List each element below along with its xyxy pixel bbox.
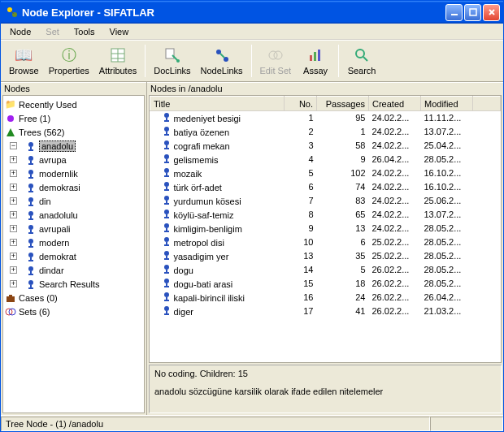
svg-point-52 <box>28 266 33 271</box>
svg-rect-20 <box>318 50 320 61</box>
table-row[interactable]: mozaik510224.02.2...16.10.2... <box>150 166 501 180</box>
expander-icon[interactable]: + <box>10 266 17 274</box>
col-no[interactable]: No. <box>285 97 317 111</box>
cell-passages: 5 <box>317 263 369 277</box>
menu-tools[interactable]: Tools <box>68 25 101 38</box>
svg-point-98 <box>164 279 169 283</box>
tree-node-icon <box>162 236 172 248</box>
cell-passages: 95 <box>317 111 369 125</box>
col-title[interactable]: Title <box>150 97 285 111</box>
cell-title: türk örf-adet <box>150 180 285 194</box>
tree-item[interactable]: +demokrat <box>5 249 142 263</box>
tree-free[interactable]: Free (1) <box>5 111 142 125</box>
close-button[interactable] <box>483 4 500 21</box>
expander-icon[interactable]: + <box>10 253 17 260</box>
tree-cases[interactable]: Cases (0) <box>5 291 142 305</box>
expander-icon[interactable]: − <box>10 142 17 149</box>
menu-set: Set <box>40 25 65 38</box>
tree-item[interactable]: +demokrasi <box>5 180 142 194</box>
svg-point-49 <box>28 253 33 257</box>
attributes-button[interactable]: Attributes <box>94 45 141 77</box>
cell-created: 25.02.2... <box>369 249 421 263</box>
tree-node-icon <box>162 250 172 261</box>
svg-point-89 <box>164 237 169 242</box>
svg-line-22 <box>363 57 367 61</box>
svg-line-15 <box>220 54 224 58</box>
expander-icon[interactable]: + <box>10 184 17 191</box>
tree-item[interactable]: +avrupa <box>5 153 142 166</box>
browse-button[interactable]: 📖 Browse <box>4 45 44 77</box>
maximize-button[interactable] <box>464 4 481 21</box>
tree-item[interactable]: +modern <box>5 235 142 249</box>
search-button[interactable]: Search <box>342 45 381 77</box>
col-passages[interactable]: Passages <box>317 97 369 111</box>
cell-no: 6 <box>285 180 317 194</box>
expander-icon[interactable]: + <box>10 197 17 205</box>
expander-icon[interactable]: + <box>10 211 17 218</box>
cell-no: 7 <box>285 194 317 208</box>
table-row[interactable]: kimligim-benligim91324.02.2...28.05.2... <box>150 222 501 235</box>
tree-item[interactable]: +dindar <box>5 263 142 277</box>
node-list[interactable]: Title No. Passages Created Modified mede… <box>149 95 502 363</box>
tree-item[interactable]: +modernlik <box>5 166 142 180</box>
main-area: Nodes 📁 Recently Used Free (1) Trees (56… <box>1 82 503 415</box>
info-icon: ⓘ <box>60 46 78 64</box>
cell-modified: 28.05.2... <box>421 263 473 277</box>
minimize-button[interactable] <box>445 4 463 21</box>
cell-modified: 28.05.2... <box>421 235 473 249</box>
expander-icon[interactable]: + <box>10 156 17 163</box>
properties-button[interactable]: ⓘ Properties <box>44 45 94 77</box>
cell-no: 16 <box>285 291 317 305</box>
table-row[interactable]: metropol disi10625.02.2...28.05.2... <box>150 235 501 249</box>
tree-item[interactable]: +Search Results <box>5 277 142 291</box>
tree-node-icon <box>162 112 172 123</box>
cell-modified: 25.06.2... <box>421 194 473 208</box>
menu-node[interactable]: Node <box>4 25 37 38</box>
toolbar-separator <box>251 45 252 77</box>
svg-marker-24 <box>7 128 15 136</box>
cell-modified: 21.03.2... <box>421 305 473 318</box>
tree-view[interactable]: 📁 Recently Used Free (1) Trees (562) −an… <box>2 95 145 413</box>
tree-trees[interactable]: Trees (562) <box>5 125 142 139</box>
tree-item[interactable]: +avrupali <box>5 222 142 235</box>
doclinks-button[interactable]: DocLinks <box>149 45 195 77</box>
col-modified[interactable]: Modified <box>421 97 473 111</box>
svg-point-34 <box>28 184 33 188</box>
tree-node-icon <box>162 140 172 151</box>
menu-view[interactable]: View <box>104 25 135 38</box>
table-row[interactable]: türk örf-adet67424.02.2...16.10.2... <box>150 180 501 194</box>
tree-item-label: modern <box>39 238 69 248</box>
table-row[interactable]: kapali-birincil iliski162426.02.2...26.0… <box>150 291 501 305</box>
cell-no: 9 <box>285 222 317 235</box>
tree-item[interactable]: −anadolu <box>5 139 142 153</box>
tree-sets[interactable]: Sets (6) <box>5 305 142 318</box>
col-created[interactable]: Created <box>369 97 421 111</box>
assay-button[interactable]: Assay <box>296 45 335 77</box>
expander-icon[interactable]: + <box>10 239 17 246</box>
table-row[interactable]: diger174126.02.2...21.03.2... <box>150 305 501 318</box>
table-row[interactable]: batiya özenen2124.02.2...13.07.2... <box>150 125 501 139</box>
table-row[interactable]: dogu-bati arasi151826.02.2...28.05.2... <box>150 277 501 291</box>
table-row[interactable]: dogu14526.02.2...28.05.2... <box>150 263 501 277</box>
table-row[interactable]: medeniyet besigi19524.02.2...11.11.2... <box>150 111 501 125</box>
cell-no: 17 <box>285 305 317 318</box>
svg-point-17 <box>274 51 282 59</box>
svg-point-37 <box>28 197 33 202</box>
tree-item[interactable]: +anadolulu <box>5 208 142 222</box>
table-row[interactable]: yurdumun kösesi78324.02.2...25.06.2... <box>150 194 501 208</box>
nodelinks-button[interactable]: NodeLinks <box>196 45 248 77</box>
status-text: Tree Node - (1) /anadolu <box>1 417 430 431</box>
table-row[interactable]: gelismemis4926.04.2...28.05.2... <box>150 153 501 166</box>
tree-node-icon <box>25 223 37 235</box>
table-row[interactable]: cografi mekan35824.02.2...25.04.2... <box>150 139 501 153</box>
expander-icon[interactable]: + <box>10 280 17 287</box>
expander-icon[interactable]: + <box>10 170 17 177</box>
tree-item[interactable]: +din <box>5 194 142 208</box>
tree-node-icon <box>162 195 172 206</box>
expander-icon[interactable]: + <box>10 225 17 232</box>
tree-recently-used[interactable]: 📁 Recently Used <box>5 97 142 111</box>
table-row[interactable]: köylü-saf-temiz86524.02.2...13.07.2... <box>150 208 501 222</box>
table-row[interactable]: yasadigim yer133525.02.2...28.05.2... <box>150 249 501 263</box>
toolbar-label: Edit Set <box>260 66 292 76</box>
tree-node-icon <box>162 278 172 289</box>
